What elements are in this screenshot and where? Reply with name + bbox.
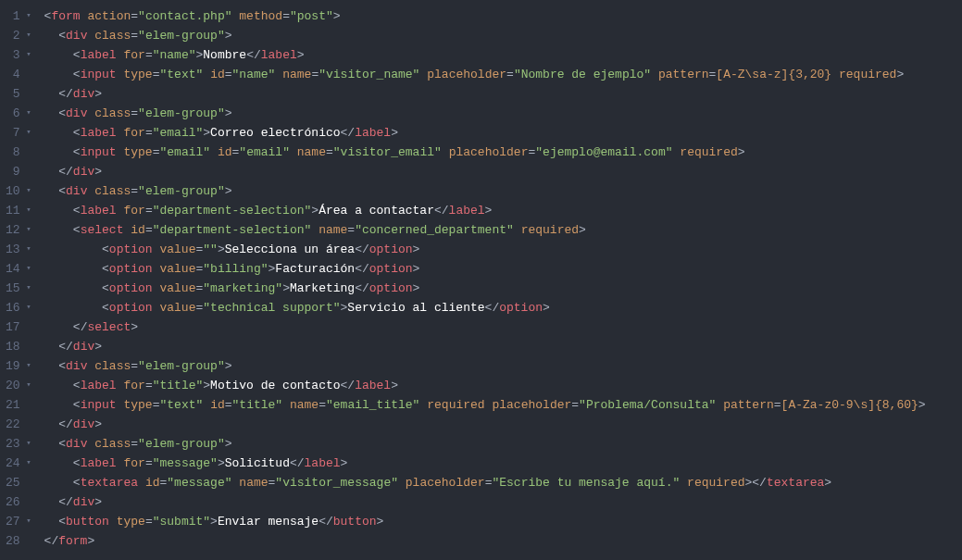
code-line[interactable]: <select id="department-selection" name="… [44,220,962,240]
token-bracket: ></ [745,476,767,490]
token-bracket [831,68,839,81]
fold-toggle-icon[interactable]: ▾ [24,201,31,220]
gutter-line[interactable]: 24▾ [6,454,31,473]
line-number: 18 [6,337,20,356]
code-line[interactable]: <label for="message">Solicitud</label> [44,454,962,473]
fold-toggle-icon[interactable]: ▾ [24,6,31,26]
fold-toggle-icon[interactable]: ▾ [24,434,31,454]
gutter-line[interactable]: 17 [6,317,31,337]
code-line[interactable]: <div class="elem-group"> [44,181,962,201]
fold-toggle-icon[interactable]: ▾ [24,454,31,473]
token-str: "department-selection" [153,204,312,218]
code-line[interactable]: <option value="">Selecciona un área</opt… [44,240,962,259]
gutter-line[interactable]: 7▾ [6,123,31,143]
code-line[interactable]: <button type="submit">Enviar mensaje</bu… [44,512,962,531]
gutter-line[interactable]: 15▾ [6,279,31,298]
gutter-line[interactable]: 13▾ [6,240,31,259]
gutter-line[interactable]: 3▾ [6,45,31,65]
code-line[interactable]: </div> [44,415,962,434]
code-line[interactable]: <input type="text" id="title" name="emai… [44,395,962,415]
token-attr: required [687,476,744,490]
token-bracket: > [94,165,102,179]
gutter-line[interactable]: 27▾ [6,512,31,531]
gutter-line[interactable]: 21 [6,395,31,415]
code-line[interactable]: <form action="contact.php" method="post"… [44,6,962,26]
code-line[interactable]: <textarea id="message" name="visitor_mes… [44,473,962,492]
gutter-line[interactable]: 4 [6,65,31,84]
gutter-line[interactable]: 28 [6,531,31,551]
token-text: Correo electrónico [210,126,340,140]
fold-toggle-icon[interactable]: ▾ [24,26,31,45]
token-bracket [203,68,210,81]
token-eq: = [131,437,138,451]
fold-toggle-icon[interactable]: ▾ [24,512,31,531]
code-line[interactable]: <label for="email">Correo electrónico</l… [44,123,962,143]
indent [44,184,59,198]
token-bracket: > [225,106,232,120]
token-tag: option [369,243,413,256]
token-str: "elem-group" [138,106,225,120]
gutter-line[interactable]: 26 [6,492,31,512]
gutter-line[interactable]: 9 [6,162,31,181]
token-tag: option [109,301,153,315]
fold-toggle-icon[interactable]: ▾ [24,220,31,240]
fold-toggle-icon[interactable]: ▾ [24,279,31,298]
gutter-line[interactable]: 22 [6,415,31,434]
code-line[interactable]: </form> [44,531,962,551]
gutter-line[interactable]: 5 [6,84,31,104]
token-tag: div [66,359,87,373]
fold-toggle-icon[interactable]: ▾ [24,259,31,279]
code-line[interactable]: <label for="title">Motivo de contacto</l… [44,376,962,395]
code-line[interactable]: <input type="email" id="email" name="vis… [44,143,962,162]
gutter-line[interactable]: 8 [6,143,31,162]
code-editor[interactable]: 1▾2▾3▾456▾7▾8910▾11▾12▾13▾14▾15▾16▾17181… [0,0,962,560]
code-line[interactable]: <div class="elem-group"> [44,104,962,123]
fold-toggle-icon[interactable]: ▾ [24,104,31,123]
fold-toggle-icon[interactable]: ▾ [24,356,31,376]
token-str: "email" [160,145,211,159]
code-area[interactable]: <form action="contact.php" method="post"… [39,0,962,560]
fold-toggle-icon[interactable]: ▾ [24,376,31,395]
fold-toggle-icon[interactable]: ▾ [24,123,31,143]
gutter-line[interactable]: 6▾ [6,104,31,123]
line-number: 13 [6,240,20,259]
code-line[interactable]: <option value="billing">Facturación</opt… [44,259,962,279]
gutter-line[interactable]: 11▾ [6,201,31,220]
token-bracket: </ [355,262,369,276]
code-line[interactable]: <label for="department-selection">Área a… [44,201,962,220]
gutter-line[interactable]: 18 [6,337,31,356]
line-number-gutter[interactable]: 1▾2▾3▾456▾7▾8910▾11▾12▾13▾14▾15▾16▾17181… [0,0,39,560]
gutter-line[interactable]: 25 [6,473,31,492]
code-line[interactable]: <div class="elem-group"> [44,356,962,376]
fold-toggle-icon[interactable]: ▾ [24,181,31,201]
gutter-line[interactable]: 1▾ [6,6,31,26]
gutter-line[interactable]: 20▾ [6,376,31,395]
fold-toggle-icon[interactable]: ▾ [24,240,31,259]
gutter-line[interactable]: 2▾ [6,26,31,45]
token-attr: for [123,48,144,62]
code-line[interactable]: <div class="elem-group"> [44,26,962,45]
code-line[interactable]: <option value="marketing">Marketing</opt… [44,279,962,298]
code-line[interactable]: </div> [44,492,962,512]
code-line[interactable]: <div class="elem-group"> [44,434,962,454]
line-number: 16 [6,298,20,317]
fold-toggle-icon[interactable]: ▾ [24,45,31,65]
gutter-line[interactable]: 12▾ [6,220,31,240]
gutter-line[interactable]: 16▾ [6,298,31,317]
code-line[interactable]: </div> [44,162,962,181]
code-line[interactable]: <label for="name">Nombre</label> [44,45,962,65]
gutter-line[interactable]: 14▾ [6,259,31,279]
code-line[interactable]: </div> [44,337,962,356]
token-str: "visitor_name" [319,68,419,81]
gutter-line[interactable]: 23▾ [6,434,31,454]
token-bracket: > [918,398,926,412]
code-line[interactable]: </select> [44,317,962,337]
token-str: "text" [160,68,204,81]
code-line[interactable]: <option value="technical support">Servic… [44,298,962,317]
token-bracket: > [218,456,225,470]
code-line[interactable]: </div> [44,84,962,104]
gutter-line[interactable]: 19▾ [6,356,31,376]
code-line[interactable]: <input type="text" id="name" name="visit… [44,65,962,84]
gutter-line[interactable]: 10▾ [6,181,31,201]
fold-toggle-icon[interactable]: ▾ [24,298,31,317]
